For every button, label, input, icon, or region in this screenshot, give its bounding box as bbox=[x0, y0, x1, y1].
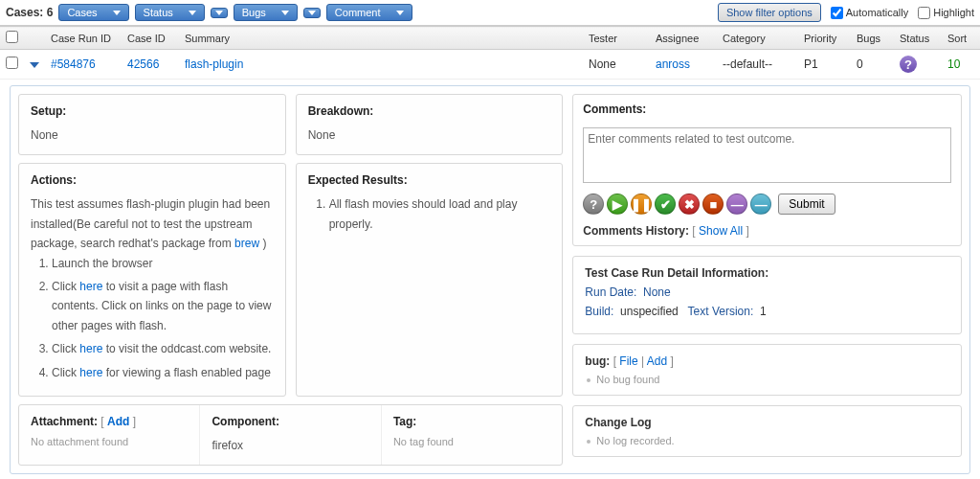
cases-label-text: Cases: bbox=[6, 6, 43, 19]
highlight-checkbox-label[interactable]: Highlight bbox=[918, 7, 974, 19]
breakdown-title: Breakdown: bbox=[308, 104, 551, 118]
run-info-box: Test Case Run Detail Information: Run Da… bbox=[572, 256, 962, 334]
dropdown-status[interactable]: Status bbox=[135, 4, 205, 21]
step-link[interactable]: here bbox=[79, 342, 102, 355]
attachment-cell: Attachment: [ Add ] No attachment found bbox=[19, 405, 199, 465]
case-run-id-link[interactable]: #584876 bbox=[51, 57, 96, 71]
table-row: #584876 42566 flash-plugin None anross -… bbox=[0, 50, 980, 80]
run-date-row: Run Date: None bbox=[585, 285, 949, 299]
show-all-link[interactable]: Show All bbox=[699, 224, 743, 238]
build-row: Build: unspecified Text Version: 1 bbox=[585, 305, 949, 318]
category-cell: --default-- bbox=[717, 50, 798, 80]
comments-history: Comments History: [ Show All ] bbox=[583, 224, 951, 238]
row-checkbox[interactable] bbox=[6, 57, 18, 69]
submit-button[interactable]: Submit bbox=[778, 194, 835, 215]
step-text: Click bbox=[52, 366, 79, 379]
status-stop-icon[interactable]: ■ bbox=[702, 194, 724, 215]
actions-title: Actions: bbox=[31, 173, 274, 187]
dropdown-blank-2[interactable] bbox=[303, 8, 321, 18]
brew-link[interactable]: brew bbox=[234, 237, 259, 250]
attachment-add-link[interactable]: Add bbox=[107, 415, 129, 428]
actions-body: This test assumes flash-plugin plugin ha… bbox=[31, 194, 274, 382]
step-link[interactable]: here bbox=[79, 366, 102, 379]
col-tester[interactable]: Tester bbox=[583, 27, 650, 50]
changelog-box: Change Log No log recorded. bbox=[572, 405, 962, 457]
collapse-icon[interactable] bbox=[30, 62, 39, 68]
dropdown-bugs[interactable]: Bugs bbox=[234, 4, 298, 21]
status-fail-icon[interactable]: ✖ bbox=[679, 194, 700, 215]
build-value: unspecified bbox=[620, 305, 679, 318]
status-play-icon[interactable]: ▶ bbox=[607, 194, 628, 215]
col-case-run-id[interactable]: Case Run ID bbox=[45, 27, 122, 50]
automatically-checkbox[interactable] bbox=[831, 7, 843, 19]
tag-title: Tag: bbox=[393, 415, 550, 428]
tag-cell: Tag: No tag found bbox=[381, 405, 562, 465]
actions-box: Actions: This test assumes flash-plugin … bbox=[18, 163, 286, 397]
detail-row: Setup: None Breakdown: None Actions: Thi… bbox=[0, 80, 980, 480]
bug-title: bug: bbox=[585, 354, 610, 368]
step-4: Click here for viewing a flash enabled p… bbox=[52, 363, 274, 382]
step-2: Click here to visit a page with flash co… bbox=[52, 277, 274, 335]
actions-steps: Launch the browser Click here to visit a… bbox=[31, 254, 274, 382]
table-header: Case Run ID Case ID Summary Tester Assig… bbox=[0, 27, 980, 50]
col-category[interactable]: Category bbox=[717, 27, 798, 50]
col-sort[interactable]: Sort bbox=[942, 27, 980, 50]
case-id-link[interactable]: 42566 bbox=[127, 57, 159, 71]
col-case-id[interactable]: Case ID bbox=[122, 27, 179, 50]
sort-cell: 10 bbox=[942, 50, 980, 80]
col-assignee[interactable]: Assignee bbox=[650, 27, 717, 50]
bug-none: No bug found bbox=[585, 374, 949, 385]
dropdown-cases[interactable]: Cases bbox=[58, 4, 128, 21]
show-filter-button[interactable]: Show filter options bbox=[718, 3, 821, 22]
step-text: Click bbox=[52, 280, 79, 293]
attachment-title-text: Attachment: bbox=[31, 415, 98, 428]
comments-textarea[interactable] bbox=[583, 127, 951, 183]
summary-link[interactable]: flash-plugin bbox=[185, 57, 243, 71]
assignee-link[interactable]: anross bbox=[656, 57, 690, 71]
highlight-text: Highlight bbox=[933, 7, 974, 18]
expected-title: Expected Results: bbox=[308, 173, 551, 187]
step-text: for viewing a flash enabled page bbox=[102, 366, 270, 379]
dropdown-bugs-label: Bugs bbox=[242, 7, 266, 18]
chevron-down-icon bbox=[308, 11, 316, 15]
attach-row: Attachment: [ Add ] No attachment found … bbox=[18, 404, 563, 466]
component-body: firefox bbox=[212, 436, 368, 455]
bug-file-link[interactable]: File bbox=[619, 354, 637, 368]
select-all-checkbox[interactable] bbox=[6, 31, 18, 43]
col-priority[interactable]: Priority bbox=[798, 27, 851, 50]
dropdown-comment[interactable]: Comment bbox=[326, 4, 412, 21]
cases-count: 6 bbox=[47, 6, 54, 19]
comment-action-icons: ? ▶ ❚❚ ✔ ✖ ■ — — Submit bbox=[583, 194, 951, 215]
step-1: Launch the browser bbox=[52, 254, 274, 273]
dropdown-comment-label: Comment bbox=[335, 7, 381, 18]
status-pause-icon[interactable]: ❚❚ bbox=[631, 194, 652, 215]
expected-body: All flash movies should load and play pr… bbox=[308, 194, 551, 234]
text-version-value: 1 bbox=[760, 305, 767, 318]
col-bugs[interactable]: Bugs bbox=[851, 27, 894, 50]
status-pass-icon[interactable]: ✔ bbox=[655, 194, 676, 215]
highlight-checkbox[interactable] bbox=[918, 7, 930, 19]
build-label: Build: bbox=[585, 305, 613, 318]
dropdown-status-label: Status bbox=[144, 7, 173, 18]
tester-cell: None bbox=[583, 50, 650, 80]
component-title: Component: bbox=[212, 415, 368, 428]
detail-left: Setup: None Breakdown: None Actions: Thi… bbox=[18, 94, 563, 466]
step-link[interactable]: here bbox=[79, 280, 102, 293]
step-3: Click here to visit the oddcast.com webs… bbox=[52, 339, 274, 358]
step-text: to visit the oddcast.com website. bbox=[102, 342, 271, 355]
status-waived-icon[interactable]: — bbox=[750, 194, 771, 215]
automatically-checkbox-label[interactable]: Automatically bbox=[831, 7, 908, 19]
bug-add-link[interactable]: Add bbox=[647, 354, 667, 368]
chevron-down-icon bbox=[113, 11, 121, 15]
status-blocked-icon[interactable]: — bbox=[726, 194, 747, 215]
col-status[interactable]: Status bbox=[894, 27, 942, 50]
status-unknown-icon[interactable]: ? bbox=[583, 194, 604, 215]
changelog-none: No log recorded. bbox=[585, 435, 949, 446]
attachment-body: No attachment found bbox=[31, 436, 188, 447]
dropdown-blank-1[interactable] bbox=[211, 8, 228, 18]
run-date-value: None bbox=[643, 285, 671, 299]
expected-item: All flash movies should load and play pr… bbox=[329, 194, 551, 234]
history-label: Comments History: bbox=[583, 224, 689, 238]
col-summary[interactable]: Summary bbox=[179, 27, 583, 50]
comments-title: Comments: bbox=[583, 103, 951, 116]
